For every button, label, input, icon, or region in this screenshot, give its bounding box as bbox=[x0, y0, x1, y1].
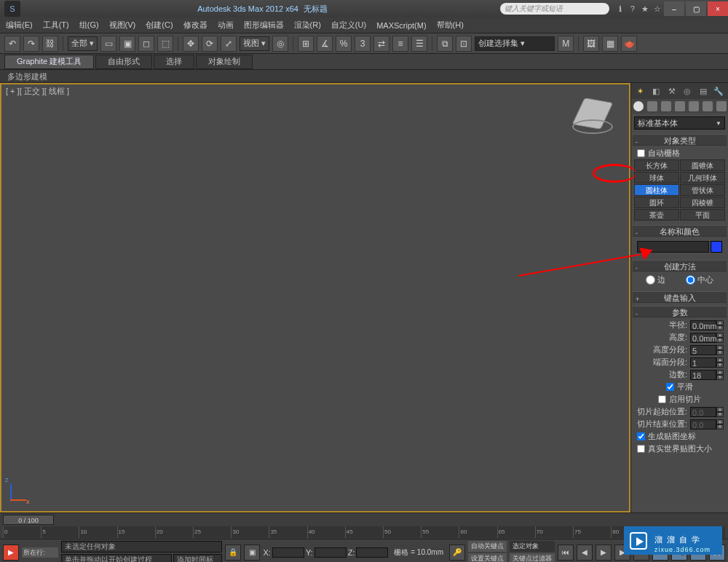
window-crossing-button[interactable]: ⬚ bbox=[157, 36, 173, 52]
play-prev-button[interactable]: ◀ bbox=[577, 545, 593, 561]
scale-button[interactable]: ⤢ bbox=[221, 36, 237, 52]
select-name-button[interactable]: ▣ bbox=[119, 36, 135, 52]
render-setup-button[interactable]: 🖼 bbox=[583, 36, 599, 52]
viewcube[interactable] bbox=[571, 95, 614, 138]
viewport[interactable]: [ + ][ 正交 ][ 线框 ] z x bbox=[0, 83, 630, 512]
object-color-swatch[interactable] bbox=[711, 241, 722, 253]
utilities-tab-icon[interactable]: 🔧 bbox=[713, 85, 724, 97]
selection-filter-dropdown[interactable]: 全部 ▾ bbox=[68, 36, 98, 51]
x-input[interactable] bbox=[272, 547, 304, 558]
auto-key-button[interactable]: 自动关键点 bbox=[468, 541, 507, 552]
set-key-button[interactable]: 设置关键点 bbox=[468, 553, 507, 563]
cm-edge-radio[interactable]: 边 bbox=[646, 274, 665, 285]
radius-input[interactable]: 0.0mm bbox=[690, 320, 716, 331]
menu-edit[interactable]: 编辑(E) bbox=[6, 20, 33, 31]
menu-create[interactable]: 创建(C) bbox=[146, 20, 173, 31]
sides-spinner[interactable]: ▲▼ bbox=[716, 370, 724, 380]
menu-help[interactable]: 帮助(H) bbox=[437, 20, 464, 31]
object-type-rollout-header[interactable]: -对象类型 bbox=[633, 134, 727, 146]
hierarchy-tab-icon[interactable]: ⚒ bbox=[666, 85, 678, 97]
helpers-icon[interactable] bbox=[689, 101, 699, 111]
menu-customize[interactable]: 自定义(U) bbox=[331, 20, 366, 31]
primitive-cone[interactable]: 圆锥体 bbox=[680, 159, 725, 171]
name-color-rollout-header[interactable]: -名称和颜色 bbox=[633, 225, 727, 237]
angle-snap-toggle[interactable]: ∡ bbox=[317, 36, 333, 52]
hseg-input[interactable]: 5 bbox=[690, 345, 716, 355]
time-ruler[interactable]: 051015202530354045505560657075808590 bbox=[3, 526, 725, 538]
parameters-rollout-header[interactable]: -参数 bbox=[633, 306, 727, 317]
primitive-sphere[interactable]: 球体 bbox=[634, 172, 679, 183]
z-input[interactable] bbox=[356, 547, 388, 558]
menu-view[interactable]: 视图(V) bbox=[109, 20, 136, 31]
primitive-box[interactable]: 长方体 bbox=[634, 159, 679, 171]
undo-button[interactable]: ↶ bbox=[4, 36, 20, 52]
motion-tab-icon[interactable]: ◎ bbox=[681, 85, 693, 97]
cseg-spinner[interactable]: ▲▼ bbox=[716, 357, 724, 368]
tab-graphite[interactable]: Graphite 建模工具 bbox=[4, 55, 94, 69]
align-button[interactable]: ≡ bbox=[392, 36, 408, 52]
realworld-checkbox[interactable] bbox=[637, 445, 645, 453]
object-name-input[interactable] bbox=[637, 241, 709, 253]
info-icon[interactable]: ℹ bbox=[615, 4, 625, 14]
pivot-button[interactable]: ◎ bbox=[272, 36, 288, 52]
primitive-teapot[interactable]: 茶壶 bbox=[634, 209, 679, 221]
ref-coord-dropdown[interactable]: 视图 ▾ bbox=[240, 36, 269, 51]
play-button[interactable]: ▶ bbox=[596, 545, 612, 561]
layer-button[interactable]: ☰ bbox=[411, 36, 427, 52]
radius-spinner[interactable]: ▲▼ bbox=[716, 320, 724, 331]
slice-on-checkbox[interactable] bbox=[658, 395, 666, 403]
menu-group[interactable]: 组(G) bbox=[79, 20, 99, 31]
systems-icon[interactable] bbox=[716, 101, 727, 111]
isolate-icon[interactable]: ▣ bbox=[244, 545, 260, 561]
key-mode-icon[interactable]: 🔑 bbox=[449, 545, 465, 561]
primitive-plane[interactable]: 平面 bbox=[680, 209, 725, 221]
render-frame-button[interactable]: ▦ bbox=[602, 36, 618, 52]
snap-toggle[interactable]: ⊞ bbox=[298, 36, 314, 52]
creation-method-rollout-header[interactable]: -创建方法 bbox=[633, 260, 727, 272]
schematic-button[interactable]: ⊡ bbox=[456, 36, 472, 52]
menu-render[interactable]: 渲染(R) bbox=[294, 20, 321, 31]
menu-graph[interactable]: 图形编辑器 bbox=[244, 20, 284, 31]
help-icon[interactable]: ? bbox=[628, 4, 638, 13]
select-button[interactable]: ▭ bbox=[100, 36, 116, 52]
lights-icon[interactable] bbox=[661, 101, 671, 111]
primitive-torus[interactable]: 圆环 bbox=[634, 197, 679, 208]
material-editor-button[interactable]: M bbox=[558, 36, 574, 52]
smooth-checkbox[interactable] bbox=[666, 383, 674, 391]
geometry-icon[interactable] bbox=[633, 101, 644, 111]
create-tab-icon[interactable]: ✶ bbox=[635, 85, 646, 97]
tab-selection[interactable]: 选择 bbox=[154, 55, 194, 69]
menu-animation[interactable]: 动画 bbox=[218, 20, 234, 31]
render-button[interactable]: 🫖 bbox=[621, 36, 637, 52]
sides-input[interactable]: 18 bbox=[690, 370, 716, 380]
tab-freeform[interactable]: 自由形式 bbox=[95, 55, 152, 69]
minimize-button[interactable]: – bbox=[664, 1, 684, 16]
move-button[interactable]: ✥ bbox=[183, 36, 199, 52]
cm-center-radio[interactable]: 中心 bbox=[686, 274, 713, 285]
menu-modifiers[interactable]: 修改器 bbox=[183, 20, 207, 31]
script-button[interactable]: ▶ bbox=[3, 545, 19, 561]
cameras-icon[interactable] bbox=[675, 101, 685, 111]
curve-editor-button[interactable]: ⧉ bbox=[437, 36, 453, 52]
star-icon[interactable]: ★ bbox=[640, 4, 650, 14]
modify-tab-icon[interactable]: ◧ bbox=[650, 85, 662, 97]
add-time-tag[interactable]: 添加时间标记 bbox=[173, 554, 222, 563]
spacewarp-icon[interactable] bbox=[703, 101, 713, 111]
keyboard-entry-rollout-header[interactable]: +键盘输入 bbox=[633, 291, 727, 303]
auto-grid-checkbox[interactable] bbox=[637, 149, 645, 157]
primitive-tube[interactable]: 管状体 bbox=[680, 184, 725, 196]
menu-tools[interactable]: 工具(T) bbox=[43, 20, 69, 31]
time-slider[interactable]: 0 / 100 bbox=[3, 515, 54, 525]
primitive-cylinder[interactable]: 圆柱体 bbox=[634, 184, 679, 196]
named-selection-dropdown[interactable]: 创建选择集 ▾ bbox=[475, 36, 555, 51]
percent-snap-toggle[interactable]: % bbox=[336, 36, 352, 52]
ribbon-sub[interactable]: 多边形建模 bbox=[0, 70, 728, 83]
help-search-input[interactable]: 键入关键字或短语 bbox=[500, 3, 609, 15]
height-input[interactable]: 0.0mm bbox=[690, 333, 716, 343]
redo-button[interactable]: ↷ bbox=[23, 36, 39, 52]
timeline[interactable]: 0 / 100 05101520253035404550556065707580… bbox=[0, 512, 728, 539]
close-button[interactable]: × bbox=[708, 1, 728, 16]
link-button[interactable]: ⛓ bbox=[42, 36, 58, 52]
y-input[interactable] bbox=[314, 547, 347, 558]
favorite-icon[interactable]: ☆ bbox=[652, 4, 662, 14]
